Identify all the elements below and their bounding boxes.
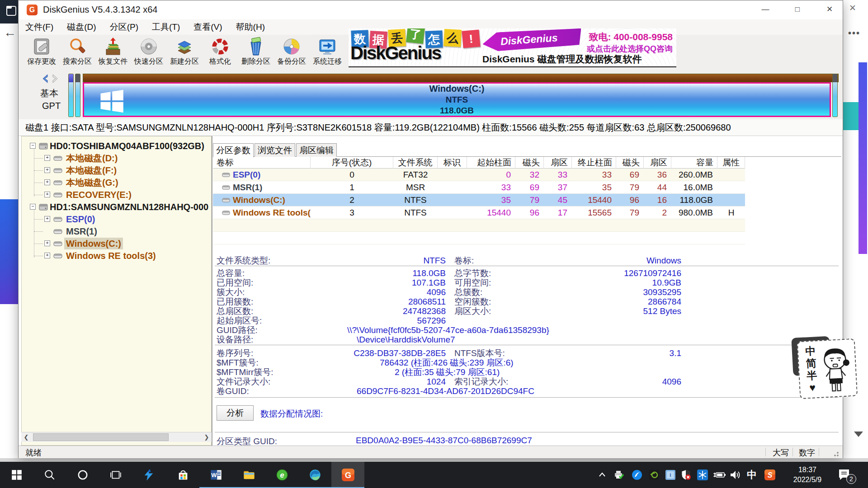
diskgenius-taskbar-icon[interactable]: G — [331, 462, 364, 488]
expander-icon[interactable]: − — [30, 143, 36, 149]
snowflake-tray-icon[interactable] — [696, 469, 709, 481]
column-header-10[interactable]: 容量 — [671, 157, 717, 169]
task-view-icon[interactable] — [99, 462, 132, 488]
expander-icon[interactable]: + — [44, 167, 50, 173]
toolbar-search-button[interactable]: 搜索分区 — [60, 36, 95, 67]
menu-item-5[interactable]: 帮助(H) — [229, 19, 272, 35]
analyze-button[interactable]: 分析 — [217, 405, 254, 421]
column-header-3[interactable]: 标识 — [438, 157, 467, 169]
background-close-icon[interactable]: ✕ — [849, 3, 856, 13]
column-header-5[interactable]: 磁头 — [515, 157, 544, 169]
tree-item-5[interactable]: HD1:SAMSUNGMZNLN128HAHQ-000 — [48, 201, 210, 213]
expander-icon[interactable]: + — [44, 253, 50, 258]
tree-item-0[interactable]: HD0:TOSHIBAMQ04ABF100(932GB) — [48, 140, 206, 152]
partition-bar-msr[interactable] — [75, 74, 80, 117]
minimize-button[interactable]: — — [752, 0, 778, 19]
column-header-7[interactable]: 终止柱面 — [572, 157, 616, 169]
expander-icon[interactable]: + — [44, 179, 50, 185]
tree-item-1[interactable]: 本地磁盘(D:) — [64, 152, 119, 164]
column-header-8[interactable]: 磁头 — [616, 157, 644, 169]
tab-0[interactable]: 分区参数 — [213, 143, 254, 157]
start-button[interactable] — [0, 462, 33, 488]
scrollbar-thumb[interactable] — [33, 433, 169, 441]
background-scrollbar-thumb[interactable] — [859, 62, 867, 254]
tree-horizontal-scrollbar[interactable]: ❮ ❯ — [21, 432, 212, 442]
ad-banner[interactable]: 数据丢了怎么! DiskGenius 致电: 400-008-9958 或点击此… — [349, 28, 676, 67]
expander-icon[interactable]: + — [44, 240, 50, 246]
tree-item-8[interactable]: Windows(C:) — [64, 238, 123, 249]
menu-item-0[interactable]: 文件(F) — [19, 19, 60, 35]
sogou-tray-icon[interactable]: S — [763, 469, 777, 481]
volume-tray-icon[interactable] — [729, 469, 742, 481]
ime-indicator[interactable]: 中 — [745, 469, 759, 481]
partition-bar-windows-c[interactable]: Windows(C:) NTFS 118.0GB — [83, 82, 831, 117]
toolbar-recover-button[interactable]: 恢复文件 — [95, 36, 131, 67]
tab-2[interactable]: 扇区编辑 — [296, 143, 337, 157]
tab-1[interactable]: 浏览文件 — [255, 143, 295, 157]
detail-value: 66D9C7F6-8231-4D34-AD67-201D26DC94FC — [357, 386, 534, 396]
tree-item-7[interactable]: MSR(1) — [64, 225, 99, 237]
column-header-9[interactable]: 扇区 — [644, 157, 671, 169]
menu-item-2[interactable]: 分区(P) — [103, 19, 145, 35]
intel-graphics-tray-icon[interactable]: i — [664, 469, 677, 481]
column-header-6[interactable]: 扇区 — [544, 157, 572, 169]
tree-item-4[interactable]: RECOVERY(E:) — [64, 189, 133, 201]
more-options-icon[interactable]: ••• — [848, 28, 860, 38]
green-browser-icon[interactable]: e — [265, 462, 298, 488]
security-tray-icon[interactable] — [679, 469, 693, 481]
column-header-11[interactable]: 属性 — [717, 157, 745, 169]
column-header-0[interactable]: 卷标 — [213, 157, 311, 169]
toolbar-delete-button[interactable]: 删除分区 — [238, 36, 274, 67]
toolbar-format-button[interactable]: 格式化 — [203, 36, 238, 67]
partition-nav-arrows[interactable] — [41, 74, 61, 85]
printer-tray-icon[interactable] — [612, 469, 626, 481]
cortana-icon[interactable] — [66, 462, 99, 488]
notification-center-icon[interactable]: 2 — [837, 468, 851, 483]
back-arrow-icon[interactable]: ← — [4, 25, 16, 40]
microsoft-store-icon[interactable] — [166, 462, 199, 488]
table-row[interactable]: Windows RE tools(3)3NTFS1544096171556579… — [213, 206, 745, 219]
taskbar-search-icon[interactable] — [33, 462, 66, 488]
tree-item-3[interactable]: 本地磁盘(G:) — [64, 177, 120, 188]
menu-item-4[interactable]: 查看(V) — [187, 19, 229, 35]
expander-icon[interactable]: − — [30, 204, 36, 210]
toolbar-new-button[interactable]: 新建分区 — [167, 36, 202, 67]
column-header-1[interactable]: 序号(状态) — [311, 157, 393, 169]
power-tray-icon[interactable] — [712, 469, 726, 481]
table-row[interactable]: ESP(0)0FAT3203233336936260.0MB — [213, 169, 745, 181]
resize-grip[interactable] — [831, 450, 839, 456]
ad-ribbon-text: DiskGenius — [500, 32, 558, 48]
close-button[interactable]: ✕ — [816, 0, 843, 19]
scroll-down-icon[interactable] — [854, 432, 863, 437]
expander-icon[interactable]: + — [44, 216, 50, 222]
partition-bar-esp[interactable] — [68, 74, 74, 117]
column-header-2[interactable]: 文件系统 — [393, 157, 438, 169]
nvidia-tray-icon[interactable] — [647, 469, 661, 481]
expander-icon[interactable]: + — [44, 192, 50, 197]
taskbar-clock[interactable]: 18:37 2022/5/9 — [782, 465, 833, 485]
file-explorer-icon[interactable] — [232, 462, 265, 488]
tree-item-6[interactable]: ESP(0) — [64, 213, 97, 225]
expander-icon[interactable]: + — [44, 155, 50, 161]
toolbar-backup-button[interactable]: 备份分区 — [274, 36, 309, 67]
toolbar-save-button[interactable]: 保存更改 — [24, 36, 59, 67]
toolbar-migrate-button[interactable]: 系统迁移 — [310, 36, 345, 67]
messenger-tray-icon[interactable] — [630, 469, 644, 481]
maximize-button[interactable]: □ — [784, 0, 811, 19]
table-row[interactable]: MSR(1)1MSR33693735794416.0MB — [213, 181, 745, 194]
edge-icon[interactable] — [298, 462, 331, 488]
tree-item-9[interactable]: Windows RE tools(3) — [64, 250, 158, 262]
flash-app-icon[interactable] — [132, 462, 165, 488]
scroll-right-icon[interactable]: ❯ — [202, 432, 212, 442]
word-icon[interactable]: W — [199, 462, 232, 488]
menu-item-1[interactable]: 磁盘(D) — [60, 19, 103, 35]
toolbar-quick-button[interactable]: 快速分区 — [131, 36, 166, 67]
tree-item-2[interactable]: 本地磁盘(F:) — [64, 164, 118, 176]
partition-bar-re-tools[interactable] — [832, 74, 838, 117]
panel-splitter[interactable] — [212, 136, 212, 446]
menu-item-3[interactable]: 工具(T) — [145, 19, 187, 35]
column-header-4[interactable]: 起始柱面 — [467, 157, 515, 169]
scroll-left-icon[interactable]: ❮ — [21, 432, 31, 442]
tray-expand-icon[interactable] — [595, 469, 609, 481]
table-row[interactable]: Windows(C:)2NTFS357945154409616118.0GB — [213, 194, 745, 206]
